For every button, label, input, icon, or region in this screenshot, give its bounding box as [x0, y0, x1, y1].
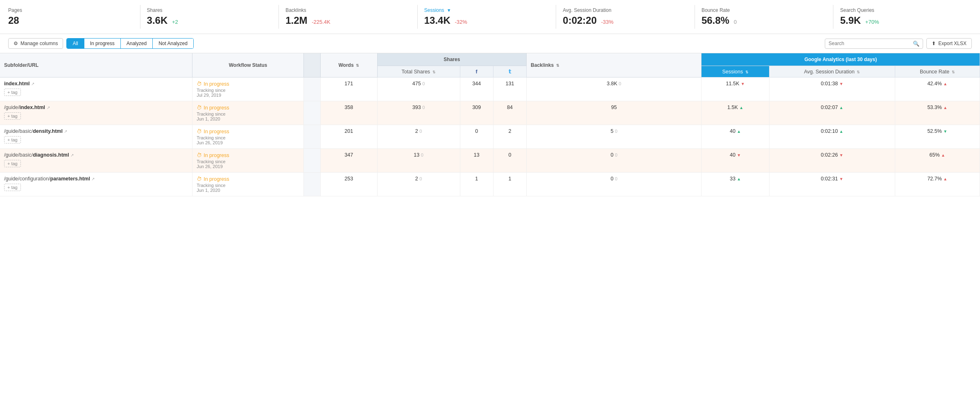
cell-twitter: 1 [493, 173, 526, 196]
cell-facebook: 309 [460, 101, 493, 125]
external-link-icon[interactable]: ↗ [91, 177, 95, 181]
cell-total-shares: 475 0 [377, 77, 460, 101]
filter-tab-all[interactable]: All [67, 39, 84, 48]
backlinks-sort-icon[interactable]: ⇅ [556, 64, 559, 68]
cell-words: 201 [320, 125, 377, 149]
plus-icon: + [7, 137, 10, 142]
cell-avg-duration: 0:02:10 ▲ [769, 125, 895, 149]
cell-twitter: 0 [493, 149, 526, 173]
add-tag-button[interactable]: + tag [4, 112, 21, 120]
cell-facebook: 0 [460, 125, 493, 149]
cell-avg-duration: 0:02:26 ▼ [769, 149, 895, 173]
external-link-icon[interactable]: ↗ [31, 82, 34, 86]
table-row: /guide/basic/density.html ↗ + tag ⏱ In p… [0, 125, 980, 149]
search-input[interactable] [828, 41, 910, 46]
cell-bounce-rate: 72.7% ▲ [895, 173, 980, 196]
metrics-bar: Pages 28 Shares 3.6K +2 Backlinks 1.2M -… [0, 0, 980, 34]
col-sessions[interactable]: Sessions ⇅ [702, 66, 770, 77]
cell-avg-duration: 0:02:31 ▼ [769, 173, 895, 196]
table-row: /guide/index.html ↗ + tag ⏱ In progress … [0, 101, 980, 125]
cell-sessions: 1.5K ▲ [702, 101, 770, 125]
export-icon: ⬆ [932, 41, 936, 46]
cell-url: /guide/index.html ↗ + tag [0, 101, 192, 125]
cell-sessions: 40 ▼ [702, 149, 770, 173]
cell-facebook: 1 [460, 173, 493, 196]
filter-tab-in-progress[interactable]: In progress [84, 39, 121, 48]
workflow-badge: ⏱ In progress [197, 81, 299, 87]
sessions-sort-icon[interactable]: ⇅ [745, 70, 749, 74]
clock-icon: ⏱ [197, 105, 202, 111]
cell-sessions: 11.5K ▼ [702, 77, 770, 101]
bounce-rate-sort-icon[interactable]: ⇅ [952, 70, 955, 74]
col-backlinks: Backlinks ⇅ [527, 53, 702, 77]
cell-words: 347 [320, 149, 377, 173]
cell-spacer [304, 101, 321, 125]
cell-sessions: 33 ▲ [702, 173, 770, 196]
add-tag-button[interactable]: + tag [4, 184, 21, 191]
backlinks-label: Backlinks [285, 7, 411, 13]
col-ga-group: Google Analytics (last 30 days) [702, 53, 980, 66]
filter-tabs: All In progress Analyzed Not Analyzed [66, 38, 193, 49]
tracking-since: Tracking sinceJun 1, 2020 [197, 183, 299, 193]
avg-duration-sort-icon[interactable]: ⇅ [857, 70, 860, 74]
shares-label: Shares [147, 7, 272, 13]
cell-bounce-rate: 53.3% ▲ [895, 101, 980, 125]
filter-tab-not-analyzed[interactable]: Not Analyzed [153, 39, 193, 48]
words-sort-icon[interactable]: ⇅ [356, 64, 359, 68]
cell-url: index.html ↗ + tag [0, 77, 192, 101]
metric-sessions: Sessions ▼ 13.4K -32% [418, 5, 557, 29]
cell-workflow: ⏱ In progress Tracking sinceJul 29, 2019 [192, 77, 304, 101]
add-tag-button[interactable]: + tag [4, 89, 21, 96]
search-box[interactable]: 🔍 [825, 39, 923, 49]
col-words: Words ⇅ [320, 53, 377, 77]
manage-columns-button[interactable]: ⚙ Manage columns [8, 38, 63, 49]
cell-words: 171 [320, 77, 377, 101]
metric-pages: Pages 28 [8, 5, 140, 29]
external-link-icon[interactable]: ↗ [70, 153, 74, 157]
cell-facebook: 344 [460, 77, 493, 101]
col-spacer [304, 53, 321, 77]
search-icon: 🔍 [913, 41, 919, 47]
cell-bounce-rate: 52.5% ▼ [895, 125, 980, 149]
external-link-icon[interactable]: ↗ [47, 105, 50, 110]
cell-spacer [304, 173, 321, 196]
cell-workflow: ⏱ In progress Tracking sinceJun 1, 2020 [192, 173, 304, 196]
cell-spacer [304, 125, 321, 149]
workflow-badge: ⏱ In progress [197, 152, 299, 158]
tracking-since: Tracking sinceJun 26, 2019 [197, 159, 299, 169]
gear-icon: ⚙ [14, 41, 18, 46]
metric-search-queries: Search Queries 5.9K +70% [833, 5, 972, 29]
col-bounce-rate: Bounce Rate ⇅ [895, 66, 980, 77]
cell-avg-duration: 0:01:38 ▼ [769, 77, 895, 101]
bounce-rate-value: 56.8% 0 [702, 15, 827, 26]
table-body: index.html ↗ + tag ⏱ In progress Trackin… [0, 77, 980, 196]
plus-icon: + [7, 90, 10, 95]
cell-total-shares: 393 0 [377, 101, 460, 125]
external-link-icon[interactable]: ↗ [64, 129, 67, 134]
backlinks-value: 1.2M -225.4K [285, 15, 411, 26]
search-queries-value: 5.9K +70% [840, 15, 965, 26]
sessions-value: 13.4K -32% [424, 15, 550, 26]
cell-url: /guide/basic/density.html ↗ + tag [0, 125, 192, 149]
cell-bounce-rate: 65% ▲ [895, 149, 980, 173]
cell-url: /guide/basic/diagnosis.html ↗ + tag [0, 149, 192, 173]
total-shares-sort-icon[interactable]: ⇅ [432, 70, 436, 74]
add-tag-button[interactable]: + tag [4, 160, 21, 167]
cell-avg-duration: 0:02:07 ▲ [769, 101, 895, 125]
toolbar: ⚙ Manage columns All In progress Analyze… [0, 34, 980, 53]
col-shares-group: Shares [377, 53, 526, 66]
cell-bounce-rate: 42.4% ▲ [895, 77, 980, 101]
cell-sessions: 40 ▲ [702, 125, 770, 149]
data-table: Subfolder/URL Workflow Status Words ⇅ Sh… [0, 53, 980, 196]
cell-workflow: ⏱ In progress Tracking sinceJun 26, 2019 [192, 125, 304, 149]
cell-words: 358 [320, 101, 377, 125]
add-tag-button[interactable]: + tag [4, 136, 21, 143]
filter-tab-analyzed[interactable]: Analyzed [121, 39, 153, 48]
cell-total-shares: 13 0 [377, 149, 460, 173]
avg-session-label: Avg. Session Duration [563, 7, 688, 13]
export-button[interactable]: ⬆ Export XLSX [926, 38, 972, 49]
data-table-wrapper: Subfolder/URL Workflow Status Words ⇅ Sh… [0, 53, 980, 196]
cell-backlinks: 95 [527, 101, 702, 125]
col-workflow: Workflow Status [192, 53, 304, 77]
clock-icon: ⏱ [197, 152, 202, 158]
